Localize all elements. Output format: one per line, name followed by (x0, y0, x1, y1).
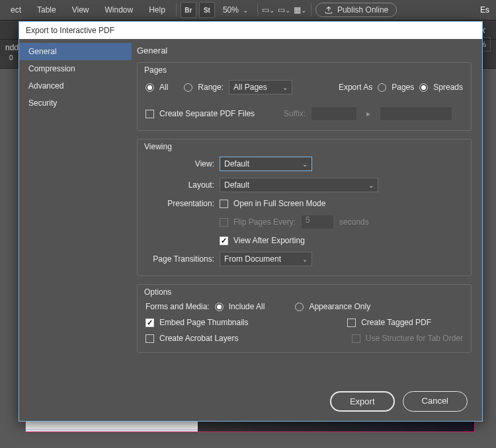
presentation-label: Presentation: (145, 199, 214, 208)
export-button[interactable]: Export (330, 391, 395, 412)
separator (257, 3, 258, 17)
publish-label: Publish Online (337, 5, 388, 15)
screen-mode-icon[interactable]: ▭⌄ (278, 3, 291, 17)
layout-select-value: Default (224, 180, 249, 190)
workspace-button[interactable]: Es (477, 1, 492, 19)
app-menubar: ect Table View Window Help Br St 50% ⌄ ▭… (0, 0, 496, 20)
group-label: Options (144, 287, 171, 297)
tagged-pdf-label: Create Tagged PDF (361, 318, 431, 327)
ruler-origin: 0 (9, 54, 13, 61)
range-select[interactable]: All Pages ⌄ (229, 80, 292, 94)
options-group: Options Forms and Media: Include All App… (137, 284, 472, 353)
publish-online-button[interactable]: Publish Online (315, 3, 397, 17)
forms-media-label: Forms and Media: (145, 302, 210, 311)
fullscreen-label: Open in Full Screen Mode (233, 199, 325, 208)
view-select[interactable]: Default ⌄ (220, 157, 312, 171)
export-pdf-dialog: Export to Interactive PDF General Compre… (19, 21, 483, 422)
embed-thumbs-label: Embed Page Thumbnails (159, 318, 249, 327)
pages-group: Pages All Range: All Pages ⌄ Export As P… (137, 62, 472, 131)
checkbox-embed-thumbs[interactable] (145, 318, 154, 327)
appearance-only-label: Appearance Only (309, 302, 370, 311)
seconds-label: seconds (339, 217, 369, 227)
suffix-input (311, 106, 357, 121)
view-label: View: (145, 159, 214, 168)
separator (176, 3, 177, 17)
checkbox-separate-files[interactable] (145, 110, 154, 118)
upload-icon (324, 5, 333, 15)
transitions-select-value: From Document (224, 254, 281, 264)
separator (311, 3, 311, 17)
chevron-down-icon: ⌄ (302, 161, 308, 168)
dialog-main: General Pages All Range: All Pages ⌄ Exp… (132, 39, 482, 421)
arrange-icon[interactable]: ▦⌄ (294, 3, 307, 17)
separate-files-label: Create Separate PDF Files (159, 109, 255, 118)
checkbox-acrobat-layers[interactable] (145, 334, 154, 343)
radio-all-label: All (159, 83, 168, 92)
range-select-value: All Pages (233, 83, 267, 92)
sidebar-item-compression[interactable]: Compression (19, 60, 132, 77)
menu-item[interactable]: Help (142, 5, 172, 15)
chevron-down-icon: ⌄ (243, 7, 248, 14)
panel-heading: General (137, 46, 472, 56)
dialog-title: Export to Interactive PDF (19, 22, 482, 39)
radio-pages-label: Pages (392, 83, 414, 92)
radio-range[interactable] (184, 83, 192, 92)
menu-item[interactable]: Table (30, 5, 63, 15)
view-select-value: Default (224, 159, 249, 168)
acrobat-layers-label: Create Acrobat Layers (159, 334, 238, 343)
menu-item[interactable]: View (65, 5, 96, 15)
radio-spreads-label: Spreads (433, 83, 463, 92)
dialog-sidebar: General Compression Advanced Security (19, 39, 132, 421)
export-as-label: Export As (339, 83, 372, 92)
chevron-down-icon: ⌄ (282, 84, 288, 91)
sidebar-item-security[interactable]: Security (19, 94, 132, 112)
menu-item[interactable]: Window (99, 5, 140, 15)
view-options-icon[interactable]: ▭⌄ (262, 3, 275, 17)
suffix-preview (380, 106, 452, 121)
dialog-button-row: Export Cancel (330, 391, 468, 412)
zoom-value: 50% (223, 5, 239, 15)
radio-spreads[interactable] (419, 83, 428, 92)
chevron-down-icon: ⌄ (368, 182, 374, 189)
flip-seconds-input: 5 (301, 215, 334, 229)
checkbox-fullscreen[interactable] (220, 200, 228, 208)
sidebar-item-advanced[interactable]: Advanced (19, 77, 132, 94)
viewing-group: Viewing View: Default ⌄ Layout: Default … (137, 139, 472, 276)
checkbox-flip (220, 218, 228, 227)
radio-appearance-only[interactable] (295, 303, 304, 311)
cancel-button[interactable]: Cancel (403, 391, 468, 412)
checkbox-structure-tab (352, 334, 360, 343)
menu-item[interactable]: ect (4, 5, 28, 15)
suffix-arrow-icon: ▸ (362, 109, 374, 118)
radio-range-label: Range: (198, 83, 224, 92)
sidebar-item-general[interactable]: General (19, 43, 132, 60)
include-all-label: Include All (229, 302, 265, 311)
zoom-level[interactable]: 50% ⌄ (218, 5, 253, 15)
bridge-icon[interactable]: Br (181, 2, 196, 18)
transitions-select[interactable]: From Document ⌄ (220, 252, 312, 266)
structure-tab-label: Use Structure for Tab Order (366, 334, 463, 343)
checkbox-view-after[interactable] (220, 237, 228, 245)
transitions-label: Page Transitions: (145, 254, 214, 264)
stock-icon[interactable]: St (199, 2, 215, 18)
radio-all[interactable] (145, 83, 154, 92)
group-label: Pages (144, 65, 167, 75)
flip-label: Flip Pages Every: (233, 217, 296, 227)
checkbox-tagged-pdf[interactable] (347, 318, 356, 327)
layout-select[interactable]: Default ⌄ (220, 178, 378, 192)
radio-include-all[interactable] (215, 303, 224, 311)
radio-pages[interactable] (378, 83, 386, 92)
layout-label: Layout: (145, 180, 214, 190)
group-label: Viewing (144, 142, 172, 151)
chevron-down-icon: ⌄ (302, 256, 308, 263)
view-after-label: View After Exporting (233, 236, 305, 245)
suffix-label: Suffix: (284, 109, 306, 118)
